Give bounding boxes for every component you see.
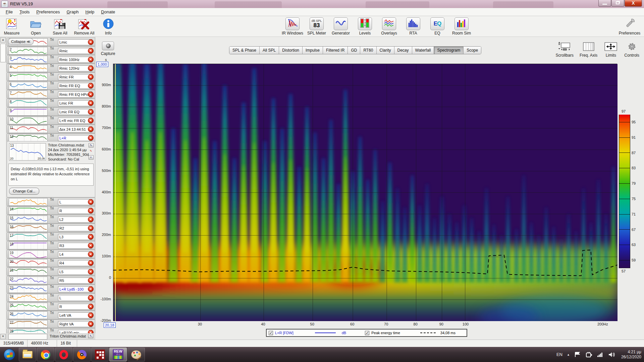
scrollbar-thumb[interactable] <box>0 44 6 62</box>
tab-spectrogram[interactable]: Spectrogram <box>434 47 464 54</box>
measure-button[interactable]: Measure <box>2 17 21 36</box>
menu-help[interactable]: Help <box>83 9 98 15</box>
save-all-button[interactable]: Save All <box>50 17 70 36</box>
measurement-name-field[interactable]: L+R mic FR EQ <box>58 118 92 124</box>
delete-measurement-icon[interactable]: ✕ <box>88 286 94 292</box>
measurement-thumbnail[interactable]: 25 <box>9 303 48 310</box>
measurement-thumbnail[interactable]: 27 <box>9 320 48 328</box>
action-center-flag-icon[interactable] <box>574 352 581 358</box>
measurement-name-field[interactable]: L <box>58 295 92 301</box>
clock[interactable]: 4:21 μμ 26/12/2020 <box>621 350 641 360</box>
measurement-row[interactable]: 4TriRmic 120Hz✕ <box>7 64 95 72</box>
spectrogram-plot[interactable] <box>113 64 617 321</box>
measurement-thumbnail[interactable] <box>9 198 48 206</box>
delete-measurement-icon[interactable]: ✕ <box>88 304 94 309</box>
measurement-row[interactable]: 23TriL+R Lyd5 -100✕ <box>7 285 95 293</box>
spl-meter-button[interactable]: dB SPL83SPL Meter <box>307 17 326 36</box>
measurement-name-field[interactable]: Lmic FR <box>58 100 92 106</box>
measurement-row[interactable]: 26TriLeft VA✕ <box>7 311 95 319</box>
menu-donate[interactable]: Donate <box>98 9 118 15</box>
measurement-name-field[interactable]: Rmic <box>58 48 92 54</box>
info-sheet-icon[interactable]: ≡ <box>89 155 94 160</box>
measurement-name-field[interactable]: L+R <box>58 135 92 141</box>
measurement-name-field[interactable]: Lmic <box>58 39 92 45</box>
delete-measurement-icon[interactable]: ✕ <box>88 83 94 88</box>
remove-all-button[interactable]: Remove All <box>74 17 94 36</box>
tab-scope[interactable]: Scope <box>464 47 481 54</box>
measurement-thumbnail[interactable]: 18 <box>9 242 48 249</box>
measurement-row[interactable]: 5TriRmic FR✕ <box>7 72 95 81</box>
measurement-name-field[interactable]: L+R Lyd5 -100 <box>58 286 92 292</box>
measurement-thumbnail[interactable]: 8 <box>9 99 48 107</box>
tray-expand-icon[interactable]: ▲ <box>567 353 570 356</box>
taskbar-start-button[interactable] <box>1 348 18 361</box>
tab-impulse[interactable]: Impulse <box>303 47 323 54</box>
measurement-name-field[interactable]: R3 <box>58 243 92 249</box>
measurement-name-field[interactable]: Lmic FR EQ <box>58 109 92 115</box>
measurement-name-field[interactable]: Right VA <box>58 321 92 327</box>
measurement-row[interactable]: TriL✕ <box>7 197 95 206</box>
delete-measurement-icon[interactable]: ✕ <box>88 251 94 257</box>
x-min-field[interactable]: 20,18 <box>104 322 116 328</box>
measurement-thumbnail[interactable] <box>8 334 47 340</box>
sidebar-scrollbar[interactable]: ▲ ▼ <box>0 37 6 340</box>
measurement-row[interactable]: 11TriΔεκ 24 13:44:51✕ <box>7 125 95 133</box>
measurement-name-field[interactable]: Left VA <box>58 312 92 318</box>
tab-all-spl[interactable]: All SPL <box>260 47 279 54</box>
tab-gd[interactable]: GD <box>348 47 360 54</box>
measurement-name-field[interactable]: L <box>58 199 92 205</box>
measurement-thumbnail[interactable]: 13 20 20,0k <box>9 143 46 161</box>
measurement-row[interactable]: 15TriL2✕ <box>7 215 95 224</box>
measurement-name-field[interactable]: Δεκ 24 13:44:51 <box>58 126 92 132</box>
delete-measurement-icon[interactable]: ✕ <box>88 39 94 45</box>
measurement-name-field[interactable]: Rmic FR EQ <box>58 83 92 89</box>
speaker-icon[interactable] <box>608 352 615 358</box>
measurement-thumbnail[interactable]: 19 <box>9 250 48 258</box>
delete-measurement-icon[interactable]: ✕ <box>88 295 94 301</box>
measurement-row[interactable]: 24TriL✕ <box>7 293 95 302</box>
tab-rt60[interactable]: RT60 <box>360 47 376 54</box>
eq-button[interactable]: EQEQ <box>428 17 447 36</box>
delete-measurement-icon[interactable]: ✕ <box>88 225 94 231</box>
title-bar[interactable]: ☕ REW V5,19 X <box>0 0 644 8</box>
scrollbars-button[interactable]: Scrollbars <box>556 42 574 58</box>
menu-graph[interactable]: Graph <box>63 9 82 15</box>
taskbar-opera-button[interactable] <box>55 348 72 361</box>
measurement-row[interactable]: 17TriL3✕ <box>7 232 95 241</box>
measurement-thumbnail[interactable]: 11 <box>9 125 48 133</box>
measurement-thumbnail[interactable]: 15 <box>9 216 48 223</box>
measurement-name-field[interactable]: R <box>58 304 92 310</box>
measurement-name-field[interactable]: R <box>58 208 92 214</box>
measurement-thumbnail[interactable]: 9 <box>9 108 48 116</box>
delete-measurement-icon[interactable]: ✕ <box>88 321 94 327</box>
delete-measurement-icon[interactable]: ✕ <box>88 260 94 266</box>
network-signal-icon[interactable] <box>597 352 604 358</box>
measurement-thumbnail[interactable]: 5 <box>9 73 48 81</box>
measurement-thumbnail[interactable]: 26 <box>9 311 48 319</box>
overlays-button[interactable]: Overlays <box>379 17 399 36</box>
notes-icon[interactable]: ✎ <box>89 143 94 147</box>
measurement-name-field[interactable]: Rmic 100Hz <box>58 57 92 63</box>
measurement-row[interactable]: 10TriL+R mic FR EQ✕ <box>7 116 95 125</box>
delete-measurement-icon[interactable]: ✕ <box>88 135 94 141</box>
close-button[interactable]: X <box>625 0 642 7</box>
measurement-name-field[interactable]: Rmic 120Hz <box>58 65 92 71</box>
notes-icon[interactable]: ✎ <box>88 334 93 338</box>
measurement-thumbnail[interactable]: 12 <box>9 134 48 142</box>
measurement-name-field[interactable]: L3 <box>58 234 92 240</box>
tab-waterfall[interactable]: Waterfall <box>412 47 434 54</box>
menu-preferences[interactable]: Preferences <box>33 9 63 15</box>
measurement-row[interactable]: 25TriR✕ <box>7 302 95 311</box>
generator-button[interactable]: Generator <box>331 17 351 36</box>
tab-clarity[interactable]: Clarity <box>377 47 394 54</box>
measurement-thumbnail[interactable]: 7 <box>9 90 48 98</box>
delete-measurement-icon[interactable]: ✕ <box>88 109 94 115</box>
delete-measurement-icon[interactable]: ✕ <box>88 269 94 275</box>
measurement-thumbnail[interactable]: 2 <box>9 47 48 55</box>
taskbar-redapp-button[interactable] <box>91 348 109 361</box>
measurement-name-field[interactable]: R5 <box>58 278 92 284</box>
delete-measurement-icon[interactable]: ✕ <box>88 208 94 214</box>
measurement-thumbnail[interactable]: 4 <box>9 64 48 72</box>
measurement-row[interactable]: 19TriL4✕ <box>7 250 95 258</box>
measurement-row[interactable]: 22TriR5✕ <box>7 276 95 285</box>
